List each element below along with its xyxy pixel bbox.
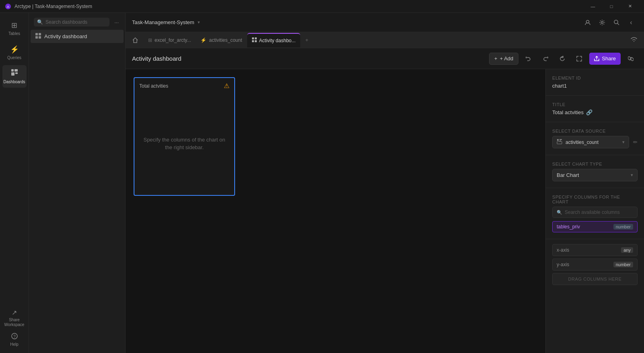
title-link-icon[interactable]: 🔗	[586, 109, 592, 115]
tab-excel[interactable]: ⊞ excel_for_arcty...	[143, 33, 196, 47]
chart-type-chevron-icon: ▾	[631, 172, 633, 178]
svg-rect-8	[35, 33, 38, 35]
svg-rect-15	[252, 37, 254, 39]
svg-rect-20	[559, 139, 562, 140]
sidebar-search-box[interactable]: 🔍	[34, 18, 109, 27]
fullscreen-button[interactable]	[572, 53, 586, 65]
datasource-edit-icon[interactable]: ✏	[633, 139, 638, 145]
chart-title: Total actvities	[139, 83, 168, 89]
tab-activities-count[interactable]: ⚡ activities_count	[196, 33, 247, 47]
svg-rect-10	[35, 36, 38, 39]
title-bar-controls: — □ ✕	[584, 0, 639, 13]
content-area: Task-Management-System ▾ ‹	[126, 13, 644, 353]
search-icon: 🔍	[37, 19, 43, 25]
columns-search-input[interactable]	[565, 209, 633, 215]
wifi-icon	[630, 37, 642, 43]
tab-dashboard-icon	[252, 37, 257, 43]
columns-label: Specify columns for the chart	[552, 195, 638, 204]
sidebar-search-input[interactable]	[45, 19, 106, 25]
dashboard-canvas: Total actvities ⚠ Specify the columns of…	[126, 69, 545, 353]
home-tab[interactable]	[127, 32, 143, 48]
user-icon-btn[interactable]	[581, 16, 594, 29]
axis-section: x-axis any y-axis number DRAG COLUMNS HE…	[546, 239, 644, 290]
sidebar-header: 🔍 ···	[29, 13, 125, 30]
svg-point-14	[614, 20, 618, 24]
title-row: Total actvities 🔗	[552, 109, 638, 115]
datasource-name: activities_count	[566, 140, 619, 145]
x-axis-label: x-axis	[557, 247, 569, 253]
datasource-chevron-icon: ▾	[622, 140, 625, 145]
share-workspace-label: ShareWorkspace	[4, 318, 25, 327]
drag-columns-area[interactable]: DRAG COLUMNS HERE	[552, 273, 638, 285]
column-tag[interactable]: tables_priv number	[552, 221, 638, 232]
queries-label: Queries	[7, 55, 21, 60]
queries-icon: ⚡	[10, 45, 19, 54]
left-nav: ⊞ Tables ⚡ Queries Dashboards ↗ ShareWor…	[0, 13, 29, 353]
dashboard-item-icon	[35, 33, 41, 40]
nav-bottom: ↗ ShareWorkspace ? Help	[2, 308, 27, 350]
link-button[interactable]	[624, 53, 638, 65]
datasource-select[interactable]: activities_count ▾	[552, 136, 629, 148]
help-nav[interactable]: ? Help	[2, 330, 27, 350]
refresh-button[interactable]	[555, 53, 569, 65]
element-id-value: chart1	[552, 83, 638, 89]
nav-item-queries[interactable]: ⚡ Queries	[2, 41, 27, 64]
chart-placeholder: Specify the columns of the chart on the …	[141, 136, 228, 152]
right-panel: Element ID chart1 Title Total actvities …	[545, 69, 644, 353]
svg-rect-9	[39, 33, 41, 35]
maximize-button[interactable]: □	[602, 0, 621, 13]
dashboards-label: Dashboards	[4, 80, 25, 84]
app-icon: A	[5, 3, 11, 10]
svg-rect-5	[15, 72, 18, 74]
chart-widget[interactable]: Total actvities ⚠ Specify the columns of…	[134, 77, 235, 196]
svg-rect-17	[252, 40, 254, 42]
chart-header: Total actvities ⚠	[134, 78, 234, 92]
sidebar-more-button[interactable]: ···	[113, 18, 120, 26]
sidebar-item-activity-dashboard[interactable]: Activity dashboard	[31, 30, 124, 43]
element-id-label: Element ID	[552, 76, 638, 80]
columns-search-box[interactable]: 🔍	[552, 207, 638, 218]
chart-type-label: Select chart type	[552, 162, 638, 166]
tab-dashboard-label: Activity dashbo...	[259, 38, 296, 43]
columns-section: Specify columns for the chart 🔍 tables_p…	[546, 188, 644, 239]
back-icon-btn[interactable]: ‹	[625, 16, 638, 29]
add-button[interactable]: + + Add	[489, 53, 518, 65]
search-icon-btn[interactable]	[610, 16, 623, 29]
share-button[interactable]: Share	[589, 53, 621, 65]
workspace-chevron[interactable]: ▾	[198, 20, 200, 25]
nav-item-dashboards[interactable]: Dashboards	[2, 65, 27, 88]
undo-button[interactable]	[522, 53, 535, 65]
tab-activity-dashboard[interactable]: Activity dashbo...	[247, 33, 301, 47]
svg-rect-4	[11, 72, 14, 76]
chart-type-select[interactable]: Bar Chart ▾	[552, 169, 638, 181]
y-axis-label: y-axis	[557, 262, 569, 267]
datasource-label: Select data source	[552, 129, 638, 133]
help-icon: ?	[11, 333, 18, 341]
minimize-button[interactable]: —	[584, 0, 602, 13]
datasource-section: Select data source activities_count ▾ ✏	[546, 122, 644, 155]
y-axis-row: y-axis number	[552, 259, 638, 271]
svg-rect-18	[255, 40, 257, 42]
dashboards-icon	[11, 69, 18, 78]
svg-rect-16	[255, 37, 257, 39]
add-icon: +	[494, 55, 497, 62]
tab-activities-icon: ⚡	[200, 37, 206, 43]
svg-rect-2	[11, 69, 14, 72]
sidebar: 🔍 ··· Activity dashboard	[29, 13, 126, 353]
tab-excel-label: excel_for_arcty...	[155, 37, 191, 43]
x-axis-row: x-axis any	[552, 244, 638, 256]
tab-add-button[interactable]: +	[300, 34, 313, 47]
title-section: Title Total actvities 🔗	[546, 96, 644, 122]
chart-body: Specify the columns of the chart on the …	[134, 92, 234, 195]
close-button[interactable]: ✕	[621, 0, 639, 13]
nav-item-tables[interactable]: ⊞ Tables	[2, 17, 27, 39]
settings-icon-btn[interactable]	[596, 16, 609, 29]
workspace-name: Task-Management-System	[132, 19, 194, 25]
title-value: Total actvities	[552, 109, 584, 115]
title-bar-text: Arctype | Task-Management-System	[14, 4, 92, 9]
redo-button[interactable]	[539, 53, 552, 65]
svg-rect-22	[557, 142, 562, 144]
share-workspace-nav[interactable]: ↗ ShareWorkspace	[2, 308, 27, 328]
tab-excel-icon: ⊞	[148, 37, 152, 43]
help-label: Help	[10, 342, 19, 347]
